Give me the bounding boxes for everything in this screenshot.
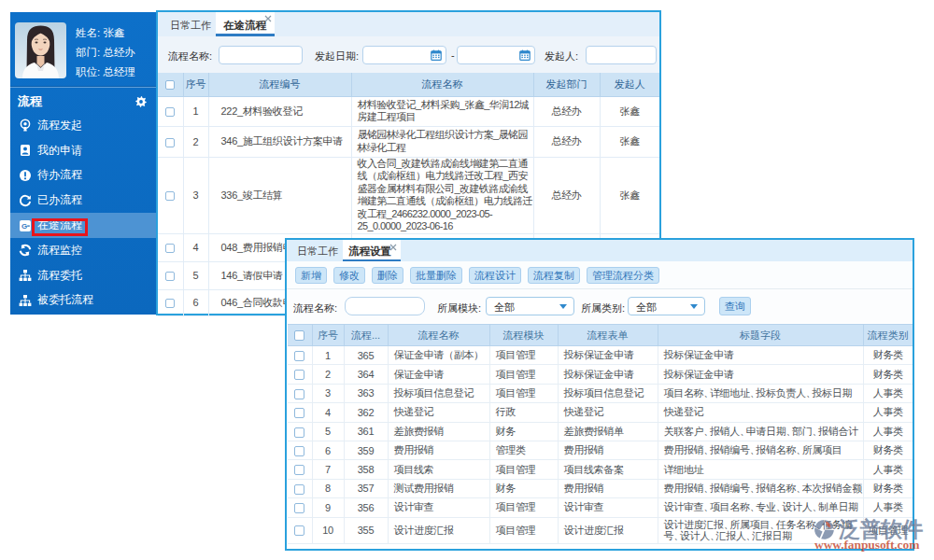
cell-code: 359 xyxy=(344,441,388,459)
sidebar-item-label: 流程委托 xyxy=(37,268,82,284)
row-checkbox-cell xyxy=(288,346,312,365)
cell-form: 投标保证金申请 xyxy=(558,346,658,365)
main-tabstrip: 日常工作 在途流程 xyxy=(158,12,659,36)
cell-module: 项目管理 xyxy=(489,498,558,517)
category-dropdown[interactable]: 全部 xyxy=(628,297,705,315)
row-checkbox[interactable] xyxy=(165,272,175,281)
cell-module: 项目管理 xyxy=(489,517,558,543)
toolbar-button-流程设计[interactable]: 流程设计 xyxy=(469,267,521,284)
toolbar-button-删除[interactable]: 删除 xyxy=(372,267,403,284)
sidebar-item-被委托流程[interactable]: 被委托流程 xyxy=(10,288,156,314)
row-checkbox[interactable] xyxy=(165,191,175,201)
filter-date-from-input[interactable] xyxy=(362,46,446,64)
table-row: 3363投标项目信息登记项目管理投标项目信息登记项目名称、详细地址、投标负责人、… xyxy=(288,384,913,402)
cell-no: 2 xyxy=(183,126,208,157)
col-序号: 序号 xyxy=(183,73,208,96)
row-checkbox[interactable] xyxy=(294,427,304,438)
cell-form: 投标保证金申请 xyxy=(558,365,658,384)
row-checkbox[interactable] xyxy=(294,408,304,418)
toolbar-button-新增[interactable]: 新增 xyxy=(295,267,327,284)
select-all-checkbox[interactable] xyxy=(165,80,175,90)
cell-initiator: 张鑫 xyxy=(600,126,659,157)
row-checkbox[interactable] xyxy=(294,351,304,361)
row-checkbox[interactable] xyxy=(165,138,175,147)
sidebar-item-我的申请[interactable]: 我的申请 xyxy=(10,138,156,163)
cell-no: 8 xyxy=(312,479,344,497)
filter-name-input[interactable] xyxy=(219,46,303,64)
row-checkbox[interactable] xyxy=(165,107,175,117)
calendar-icon[interactable] xyxy=(431,49,442,61)
row-checkbox[interactable] xyxy=(165,244,175,253)
cell-no: 4 xyxy=(312,403,344,422)
row-checkbox-cell xyxy=(158,157,183,233)
cell-code: 357 xyxy=(344,479,388,497)
cell-dept: 总经办 xyxy=(533,96,600,126)
sync-icon xyxy=(19,244,32,257)
table-row: 1365保证金申请（副本）项目管理投标保证金申请投标保证金申请财务类 xyxy=(288,346,913,365)
header-checkbox-cell xyxy=(158,73,183,96)
row-checkbox-cell xyxy=(288,384,312,402)
toolbar-button-批量删除[interactable]: 批量删除 xyxy=(410,267,462,284)
row-checkbox[interactable] xyxy=(294,389,304,399)
sidebar-item-流程监控[interactable]: 流程监控 xyxy=(10,238,156,263)
user-profile: 姓名: 张鑫 部门: 总经办 职位: 总经理 xyxy=(10,12,156,87)
row-checkbox[interactable] xyxy=(294,484,304,495)
close-tab-icon[interactable] xyxy=(389,244,397,251)
module-dropdown[interactable]: 全部 xyxy=(486,297,574,315)
col-发起人: 发起人 xyxy=(600,73,659,96)
cell-title-fields: 项目名称、详细地址、投标负责人、投标日期 xyxy=(658,384,863,402)
cell-title-fields: 费用报销、报销编号、报销名称、所属项目 xyxy=(658,441,863,459)
sidebar-item-流程发起[interactable]: 流程发起 xyxy=(10,113,156,138)
profile-department: 部门: 总经办 xyxy=(76,46,135,60)
row-checkbox[interactable] xyxy=(165,299,175,308)
cell-title-fields: 详细地址 xyxy=(658,460,863,479)
cell-name: 费用报销 xyxy=(388,441,489,459)
cell-initiator: 张鑫 xyxy=(600,157,659,233)
cell-code: 222_材料验收登记 xyxy=(208,96,351,126)
sidebar-item-已办流程[interactable]: 已办流程 xyxy=(10,188,156,213)
close-tab-icon[interactable] xyxy=(264,15,272,22)
cell-category: 财务类 xyxy=(863,441,913,459)
gear-icon[interactable] xyxy=(135,94,147,105)
settings-toolbar: 新增修改删除批量删除流程设计流程复制管理流程分类 xyxy=(287,261,913,289)
row-checkbox[interactable] xyxy=(294,370,304,380)
chevron-down-icon xyxy=(690,304,698,309)
cell-no: 2 xyxy=(312,365,344,384)
cell-category: 人事类 xyxy=(863,422,913,441)
cell-code: 336_竣工结算 xyxy=(208,157,351,233)
sitemap-icon xyxy=(19,294,32,307)
row-checkbox[interactable] xyxy=(294,525,304,536)
sidebar-menu: 流程发起我的申请待办流程已办流程G在途流程流程监控流程委托被委托流程 xyxy=(10,113,156,313)
sidebar-item-在途流程[interactable]: G在途流程 xyxy=(10,213,156,238)
main-filter-bar: 流程名称: 发起日期: - 发起人: xyxy=(158,36,659,73)
filter-initiator-input[interactable] xyxy=(586,46,657,64)
filter-name-input[interactable] xyxy=(345,297,425,315)
col-流程名称: 流程名称 xyxy=(388,325,489,346)
row-checkbox[interactable] xyxy=(294,503,304,513)
badge-person-icon xyxy=(19,144,32,157)
row-checkbox-cell xyxy=(158,261,183,289)
sidebar-item-label: 已办流程 xyxy=(37,192,82,208)
row-checkbox[interactable] xyxy=(294,446,304,456)
tab-process-settings[interactable]: 流程设置 xyxy=(343,240,401,261)
cell-dept: 总经办 xyxy=(533,157,600,233)
tab-daily-work-2[interactable]: 日常工作 xyxy=(297,245,338,259)
cell-category: 项目管理 xyxy=(863,517,913,543)
search-button[interactable]: 查询 xyxy=(719,297,751,315)
cell-module: 项目管理 xyxy=(489,346,558,365)
calendar-icon[interactable] xyxy=(519,49,531,61)
filter-initiator-label: 发起人: xyxy=(545,49,578,63)
sidebar-item-流程委托[interactable]: 流程委托 xyxy=(10,263,156,288)
avatar xyxy=(15,22,66,78)
toolbar-button-修改[interactable]: 修改 xyxy=(333,267,365,284)
row-checkbox-cell xyxy=(288,479,312,497)
tab-in-transit[interactable]: 在途流程 xyxy=(216,12,275,36)
row-checkbox[interactable] xyxy=(294,465,304,475)
tab-daily-work[interactable]: 日常工作 xyxy=(170,19,211,33)
cell-name: 设计审查 xyxy=(388,498,489,517)
toolbar-button-管理流程分类[interactable]: 管理流程分类 xyxy=(587,267,659,284)
toolbar-button-流程复制[interactable]: 流程复制 xyxy=(528,267,580,284)
sidebar-item-待办流程[interactable]: 待办流程 xyxy=(10,163,156,189)
filter-date-to-input[interactable] xyxy=(457,46,535,64)
select-all-checkbox[interactable] xyxy=(294,330,304,341)
